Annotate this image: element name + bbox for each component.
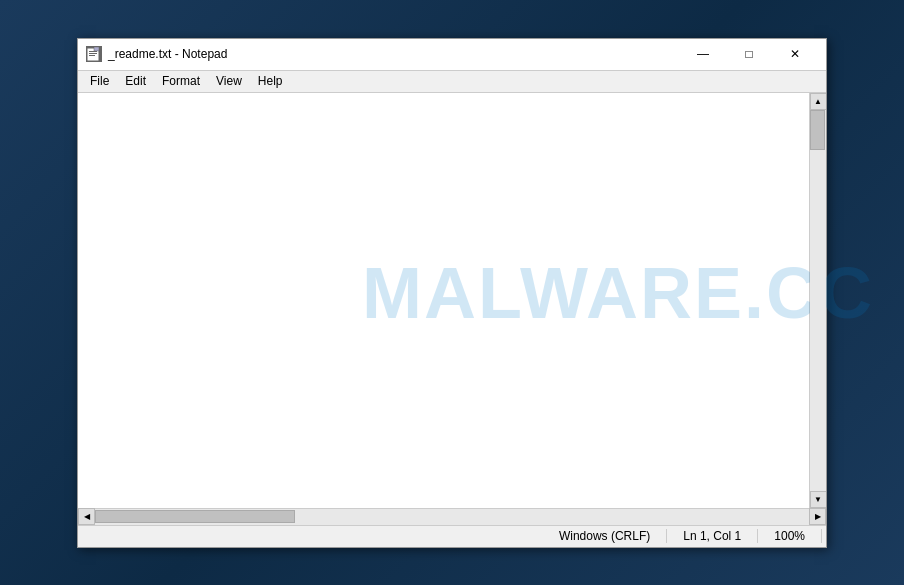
editor-area: ▲ ▼ (78, 93, 826, 508)
scroll-up-arrow[interactable]: ▲ (810, 93, 827, 110)
line-ending-status: Windows (CRLF) (543, 529, 667, 543)
scroll-thumb-v[interactable] (810, 110, 825, 150)
svg-rect-2 (89, 53, 97, 54)
status-right: Windows (CRLF) Ln 1, Col 1 100% (543, 529, 822, 543)
close-button[interactable]: ✕ (772, 38, 818, 70)
menu-edit[interactable]: Edit (117, 72, 154, 90)
menu-format[interactable]: Format (154, 72, 208, 90)
zoom-status: 100% (758, 529, 822, 543)
title-bar: _readme.txt - Notepad — □ ✕ (78, 39, 826, 71)
vertical-scrollbar[interactable]: ▲ ▼ (809, 93, 826, 508)
scroll-left-arrow[interactable]: ◀ (78, 508, 95, 525)
menu-file[interactable]: File (82, 72, 117, 90)
svg-rect-4 (94, 47, 99, 51)
scroll-thumb-h[interactable] (95, 510, 295, 523)
window-controls: — □ ✕ (680, 38, 818, 70)
window-title: _readme.txt - Notepad (108, 47, 680, 61)
svg-rect-3 (89, 55, 95, 56)
scroll-down-arrow[interactable]: ▼ (810, 491, 827, 508)
horizontal-scrollbar-container: ◀ ▶ (78, 508, 826, 525)
menu-help[interactable]: Help (250, 72, 291, 90)
text-editor[interactable] (78, 93, 809, 508)
menu-view[interactable]: View (208, 72, 250, 90)
minimize-button[interactable]: — (680, 38, 726, 70)
scroll-track-v[interactable] (810, 110, 826, 491)
scroll-right-arrow[interactable]: ▶ (809, 508, 826, 525)
maximize-button[interactable]: □ (726, 38, 772, 70)
menu-bar: File Edit Format View Help (78, 71, 826, 93)
notepad-window: _readme.txt - Notepad — □ ✕ File Edit Fo… (77, 38, 827, 548)
scroll-track-h[interactable] (95, 509, 809, 525)
position-status: Ln 1, Col 1 (667, 529, 758, 543)
status-bar: Windows (CRLF) Ln 1, Col 1 100% (78, 525, 826, 547)
window-icon (86, 46, 102, 62)
